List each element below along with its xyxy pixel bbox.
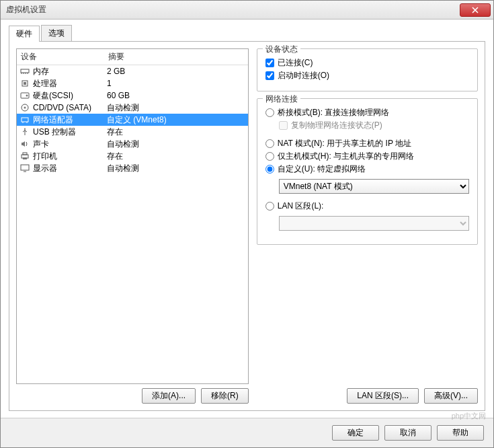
header-device: 设备: [17, 49, 104, 65]
add-button[interactable]: 添加(A)...: [142, 388, 196, 404]
cancel-button[interactable]: 取消: [384, 425, 431, 441]
ok-button[interactable]: 确定: [332, 425, 379, 441]
device-name: 处理器: [33, 78, 107, 89]
lan-input[interactable]: [265, 202, 274, 211]
tab-options[interactable]: 选项: [41, 25, 72, 41]
connect-on-power-input[interactable]: [265, 71, 274, 80]
network-connection-legend: 网络连接: [263, 94, 300, 105]
device-list-header: 设备 摘要: [17, 49, 248, 65]
advanced-button[interactable]: 高级(V)...: [424, 388, 478, 404]
device-summary: 自动检测: [107, 139, 245, 150]
content-area: 硬件 选项 设备 摘要 内存2 GB处理器1硬盘(SCSI)60 GBCD/DV…: [1, 20, 493, 418]
device-status-group: 设备状态 已连接(C) 启动时连接(O): [257, 48, 478, 91]
device-name: 声卡: [33, 139, 107, 150]
nat-label: NAT 模式(N): 用于共享主机的 IP 地址: [278, 138, 411, 149]
cd-icon: [19, 103, 30, 112]
svg-rect-2: [24, 82, 26, 85]
left-buttons: 添加(A)... 移除(R): [16, 388, 249, 404]
connect-on-power-label: 启动时连接(O): [278, 70, 329, 81]
device-summary: 自定义 (VMnet8): [107, 114, 245, 126]
device-summary: 自动检测: [107, 163, 245, 174]
device-summary: 60 GB: [107, 91, 245, 100]
device-row[interactable]: 显示器自动检测: [17, 162, 248, 174]
device-name: 网络适配器: [33, 114, 107, 126]
remove-button[interactable]: 移除(R): [201, 388, 249, 404]
cpu-icon: [19, 79, 30, 88]
close-button[interactable]: [460, 3, 491, 17]
svg-rect-7: [22, 118, 28, 122]
lan-segment-select: [279, 216, 469, 231]
svg-point-4: [26, 95, 28, 97]
custom-radio[interactable]: 自定义(U): 特定虚拟网络: [265, 163, 469, 175]
svg-point-6: [24, 107, 26, 109]
help-button[interactable]: 帮助: [437, 425, 484, 441]
left-pane: 设备 摘要 内存2 GB处理器1硬盘(SCSI)60 GBCD/DVD (SAT…: [16, 48, 249, 404]
device-row[interactable]: 硬盘(SCSI)60 GB: [17, 89, 248, 102]
device-row[interactable]: 内存2 GB: [17, 65, 248, 77]
hostonly-label: 仅主机模式(H): 与主机共享的专用网络: [278, 151, 414, 162]
device-name: CD/DVD (SATA): [33, 103, 107, 112]
device-summary: 存在: [107, 126, 245, 138]
replicate-checkbox: 复制物理网络连接状态(P): [279, 120, 469, 131]
footer: 确定 取消 帮助: [1, 418, 493, 447]
device-name: 内存: [33, 66, 107, 77]
connected-checkbox[interactable]: 已连接(C): [265, 57, 469, 69]
device-row[interactable]: 声卡自动检测: [17, 138, 248, 150]
lan-label: LAN 区段(L):: [278, 200, 324, 212]
device-list: 设备 摘要 内存2 GB处理器1硬盘(SCSI)60 GBCD/DVD (SAT…: [16, 48, 249, 384]
connect-on-power-checkbox[interactable]: 启动时连接(O): [265, 70, 469, 81]
device-row[interactable]: CD/DVD (SATA)自动检测: [17, 102, 248, 114]
titlebar: 虚拟机设置: [1, 1, 493, 20]
device-name: USB 控制器: [33, 126, 107, 138]
device-name: 显示器: [33, 163, 107, 174]
device-row[interactable]: 网络适配器自定义 (VMnet8): [17, 114, 248, 126]
device-summary: 存在: [107, 151, 245, 162]
device-summary: 2 GB: [107, 67, 245, 76]
replicate-label: 复制物理网络连接状态(P): [291, 120, 382, 131]
device-row[interactable]: USB 控制器存在: [17, 126, 248, 138]
nat-radio[interactable]: NAT 模式(N): 用于共享主机的 IP 地址: [265, 138, 469, 149]
header-summary: 摘要: [104, 49, 248, 65]
right-pane: 设备状态 已连接(C) 启动时连接(O) 网络连接 桥接模式(B): 直接连接物…: [257, 48, 478, 404]
close-icon: [472, 7, 479, 13]
nic-icon: [19, 115, 30, 124]
svg-rect-0: [21, 69, 29, 73]
device-row[interactable]: 处理器1: [17, 77, 248, 89]
tab-panel: 设备 摘要 内存2 GB处理器1硬盘(SCSI)60 GBCD/DVD (SAT…: [9, 42, 485, 411]
svg-rect-12: [21, 165, 29, 170]
svg-rect-11: [23, 157, 27, 159]
custom-network-select[interactable]: VMnet8 (NAT 模式): [279, 179, 469, 194]
lan-segments-button[interactable]: LAN 区段(S)...: [347, 388, 419, 404]
network-connection-group: 网络连接 桥接模式(B): 直接连接物理网络 复制物理网络连接状态(P) NAT…: [257, 98, 478, 245]
device-row[interactable]: 打印机存在: [17, 150, 248, 162]
connected-label: 已连接(C): [278, 57, 313, 69]
bridged-radio[interactable]: 桥接模式(B): 直接连接物理网络: [265, 107, 469, 118]
sound-icon: [19, 139, 30, 149]
window-title: 虚拟机设置: [1, 4, 46, 15]
device-name: 打印机: [33, 151, 107, 162]
custom-input[interactable]: [265, 165, 274, 174]
hostonly-radio[interactable]: 仅主机模式(H): 与主机共享的专用网络: [265, 151, 469, 162]
memory-icon: [19, 67, 30, 76]
device-summary: 自动检测: [107, 102, 245, 114]
svg-point-8: [24, 128, 26, 130]
disk-icon: [19, 91, 30, 100]
display-icon: [19, 163, 30, 173]
hostonly-input[interactable]: [265, 152, 274, 161]
printer-icon: [19, 151, 30, 161]
connected-input[interactable]: [265, 59, 274, 67]
bridged-input[interactable]: [265, 108, 274, 117]
right-buttons: LAN 区段(S)... 高级(V)...: [257, 388, 478, 404]
lan-radio[interactable]: LAN 区段(L):: [265, 200, 469, 212]
device-summary: 1: [107, 79, 245, 88]
replicate-input: [279, 121, 288, 130]
nat-input[interactable]: [265, 139, 274, 148]
custom-label: 自定义(U): 特定虚拟网络: [278, 163, 366, 175]
usb-icon: [19, 127, 30, 137]
device-status-legend: 设备状态: [263, 44, 300, 55]
svg-rect-10: [23, 153, 27, 155]
bridged-label: 桥接模式(B): 直接连接物理网络: [278, 107, 390, 118]
settings-window: 虚拟机设置 硬件 选项 设备 摘要 内存2 GB处理器1硬盘(SCSI)60 G…: [0, 0, 494, 448]
tab-hardware[interactable]: 硬件: [9, 26, 40, 42]
device-name: 硬盘(SCSI): [33, 90, 107, 102]
